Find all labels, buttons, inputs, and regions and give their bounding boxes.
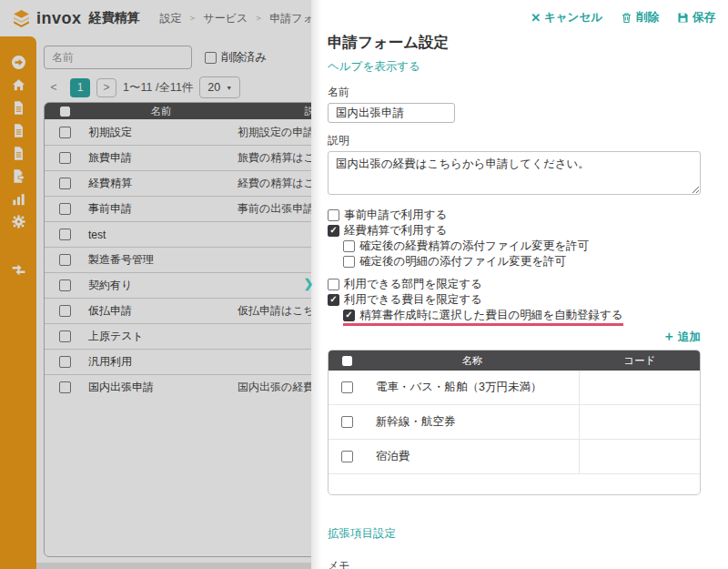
form-description-cell: 経費の精算はこちらから [238,176,311,191]
fee-table-row[interactable]: 電車・バス・船舶（3万円未満） [329,371,700,405]
sidebar-item-forms-2[interactable] [7,119,30,142]
table-row[interactable]: 汎用利用 [45,349,311,374]
prev-page-button[interactable]: < [44,78,64,97]
save-button[interactable]: 保存 [677,10,715,25]
sidebar-item-export[interactable] [7,165,30,188]
row-checkbox[interactable] [341,381,353,393]
sidebar-item-home[interactable] [7,74,30,97]
form-description-cell: 事前の出張申請、経費利 [238,201,311,217]
form-name-cell: test [85,229,238,241]
form-name-cell: 国内出張申請 [85,380,238,395]
breadcrumb-item-service[interactable]: サービス [204,11,248,26]
table-row[interactable]: 上原テスト [45,323,311,349]
select-all-checkbox[interactable] [342,356,352,366]
delete-button[interactable]: 削除 [621,10,659,25]
search-input[interactable] [44,46,192,69]
row-checkbox[interactable] [59,305,71,317]
breadcrumb-item-settings[interactable]: 設定 [160,11,182,26]
table-row[interactable]: test [45,221,311,247]
horizontal-scrollbar[interactable] [36,563,311,569]
extension-settings-link[interactable]: 拡張項目設定 [328,526,396,542]
row-checkbox[interactable] [59,127,71,138]
merge-arrows-icon [11,262,26,278]
page-title: 申請フォーム設定 [328,33,701,53]
sidebar-item-start[interactable] [7,51,30,74]
save-label: 保存 [693,10,715,25]
deleted-filter-label: 削除済み [221,50,267,66]
form-list-table: 名前 説明 初期設定 初期設定の申請フォーム 旅費申請 旅費の精算はこちらから [44,102,311,557]
form-settings-panel: ❯ ✕ キャンセル 削除 保存 申請フォーム設定 ヘルプを表示する 名前 説明 … [311,0,728,569]
fee-name-cell: 宿泊費 [365,440,580,473]
table-row[interactable]: 契約有り [45,272,311,298]
table-row[interactable]: 製造番号管理 [45,247,311,272]
row-checkbox[interactable] [59,229,71,240]
trash-icon [621,12,632,24]
limit-option-checkbox[interactable]: 精算書作成時に選択した費目の明細を自動登録する [343,309,623,326]
row-checkbox[interactable] [341,451,353,462]
table-row[interactable]: 経費精算 経費の精算はこちらから [45,170,311,196]
checkbox [205,52,217,64]
logo-text: invox [36,9,82,28]
table-row[interactable]: 仮払申請 仮払申請はこちらからお [45,298,311,323]
fee-table-row[interactable]: 新幹線・航空券 [329,405,700,440]
breadcrumb-item-form[interactable]: 申請フォーム [269,11,311,26]
sidebar-item-reports[interactable] [7,188,30,210]
sidebar-item-forms-3[interactable] [7,142,30,165]
memo-field-label: メモ [328,558,701,569]
add-fee-item-button[interactable]: ＋ 追加 [662,329,701,345]
breadcrumb-separator: ＞ [188,12,197,25]
sidebar-item-integration[interactable] [7,259,30,281]
app-logo[interactable]: invox 経費精算 [12,9,140,28]
select-all-checkbox[interactable] [60,107,70,117]
row-checkbox[interactable] [59,356,71,368]
name-field[interactable] [328,103,455,123]
fee-item-table: 名称 コード 電車・バス・船舶（3万円未満） 新幹線・航空券 [328,350,701,495]
page-size-select[interactable]: 20 ▼ [199,76,240,98]
checkbox-label: 経費精算で利用する [344,224,447,237]
row-checkbox[interactable] [59,254,71,266]
current-page-button[interactable]: 1 [70,78,90,97]
usage-checkbox-group: 事前申請で利用する 経費精算で利用する 確定後の経費精算の添付ファイル変更を許可… [328,208,701,268]
limit-option-checkbox[interactable]: 利用できる費目を限定する [328,293,482,306]
sidebar-item-settings[interactable] [7,210,30,233]
usage-option-checkbox[interactable]: 確定後の明細の添付ファイル変更を許可 [343,255,566,268]
page-size-value: 20 [207,81,220,94]
next-page-button[interactable]: > [96,78,116,97]
home-icon [11,77,26,93]
table-row[interactable]: 旅費申請 旅費の精算はこちらから [45,145,311,170]
checkbox-label: 事前申請で利用する [344,208,447,221]
usage-option-checkbox[interactable]: 確定後の経費精算の添付ファイル変更を許可 [343,239,589,252]
row-checkbox[interactable] [341,416,353,428]
row-checkbox[interactable] [59,178,71,189]
table-row[interactable]: 初期設定 初期設定の申請フォーム [45,119,311,145]
form-name-cell: 契約有り [85,278,238,293]
fee-table-header: 名称 コード [329,351,700,371]
row-checkbox[interactable] [59,381,71,393]
form-description-cell: 旅費の精算はこちらから [238,150,311,166]
cancel-button[interactable]: ✕ キャンセル [531,10,602,25]
table-row[interactable]: 国内出張申請 国内出張の経費はこちら [45,374,311,400]
fee-table-row[interactable]: 宿泊費 [329,440,700,474]
deleted-filter-checkbox[interactable]: 削除済み [205,50,267,66]
sidebar-item-forms-1[interactable] [7,97,30,119]
collapse-panel-chevron-icon[interactable]: ❯ [300,275,317,291]
close-icon: ✕ [531,11,541,25]
row-checkbox[interactable] [59,279,71,291]
document-icon [11,100,26,116]
checkbox [328,294,339,306]
description-field[interactable]: 国内出張の経費はこちらから申請してください。 [328,151,701,195]
row-checkbox[interactable] [59,152,71,164]
usage-option-checkbox[interactable]: 事前申請で利用する [328,208,447,221]
form-description-cell: 初期設定の申請フォーム [238,125,311,140]
limit-option-checkbox[interactable]: 利用できる部門を限定する [328,278,482,290]
usage-option-checkbox[interactable]: 経費精算で利用する [328,224,447,237]
help-link[interactable]: ヘルプを表示する [328,59,420,75]
row-checkbox[interactable] [59,330,71,342]
checkbox [328,279,339,290]
checkbox-label: 確定後の経費精算の添付ファイル変更を許可 [359,239,589,252]
checkbox-label: 確定後の明細の添付ファイル変更を許可 [359,255,566,268]
row-checkbox[interactable] [59,203,71,215]
checkbox [343,240,355,252]
table-row[interactable]: 事前申請 事前の出張申請、経費利 [45,196,311,221]
form-name-cell: 上原テスト [85,329,238,344]
